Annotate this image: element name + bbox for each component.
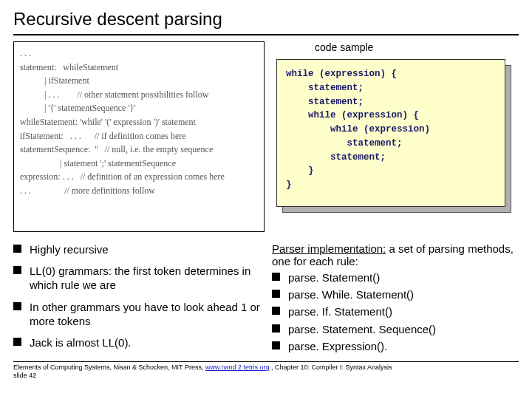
code-sample-wrap: while (expression) { statement; statemen… (276, 59, 505, 207)
list-item: parse. If. Statement() (272, 304, 519, 318)
grammar-line: whileStatement: 'while' '(' expression '… (20, 115, 258, 129)
grammar-line: | '{' statementSequence '}' (20, 101, 258, 115)
grammar-panel: . . . statement: whileStatement | ifStat… (13, 41, 265, 232)
parser-intro-underlined: Parser implementation: (272, 242, 386, 255)
grammar-line: expression: . . . // definition of an ex… (20, 170, 258, 184)
title-divider (13, 34, 519, 35)
code-sample-box: while (expression) { statement; statemen… (276, 59, 505, 207)
right-column: Parser implementation: a set of parsing … (272, 242, 519, 357)
list-item: parse. Statement. Sequence() (272, 322, 519, 336)
left-bullet-list: Highly recursive LL(0) grammars: the fir… (13, 242, 260, 349)
upper-row: . . . statement: whileStatement | ifStat… (13, 41, 519, 232)
right-bullet-list: parse. Statement() parse. While. Stateme… (272, 270, 519, 353)
list-item: Jack is almost LL(0). (13, 335, 260, 349)
list-item: Highly recursive (13, 242, 260, 256)
footer-divider (13, 361, 519, 362)
footer-link[interactable]: www.nand 2 tetris.org (205, 364, 270, 371)
footer: Elements of Computing Systems, Nisan & S… (13, 364, 519, 381)
footer-text-before: Elements of Computing Systems, Nisan & S… (13, 364, 205, 371)
list-item: parse. Expression(). (272, 339, 519, 353)
parser-intro: Parser implementation: a set of parsing … (272, 242, 519, 267)
footer-text-after: , Chapter 10: Compiler I: Syntax Analysi… (269, 364, 392, 371)
grammar-line: | . . . // other statement possibilities… (20, 88, 258, 102)
grammar-line: | ifStatement (20, 74, 258, 88)
list-item: In other grammars you have to look ahead… (13, 300, 260, 328)
grammar-line: ifStatement: . . . // if definition come… (20, 129, 258, 143)
list-item: LL(0) grammars: the first token determin… (13, 264, 260, 292)
code-column: code sample while (expression) { stateme… (272, 41, 519, 232)
grammar-line: | statement ';' statementSequence (20, 157, 258, 171)
lower-row: Highly recursive LL(0) grammars: the fir… (13, 242, 519, 357)
grammar-line: statement: whileStatement (20, 61, 258, 75)
code-sample-label: code sample (315, 41, 373, 53)
page-title: Recursive descent parsing (13, 9, 519, 30)
footer-slide-no: slide 42 (13, 372, 36, 379)
grammar-line: statementSequence: '' // null, i.e. the … (20, 143, 258, 157)
grammar-line: . . . // more definitions follow (20, 184, 258, 198)
left-column: Highly recursive LL(0) grammars: the fir… (13, 242, 260, 357)
list-item: parse. While. Statement() (272, 287, 519, 301)
list-item: parse. Statement() (272, 270, 519, 284)
grammar-line: . . . (20, 47, 258, 61)
